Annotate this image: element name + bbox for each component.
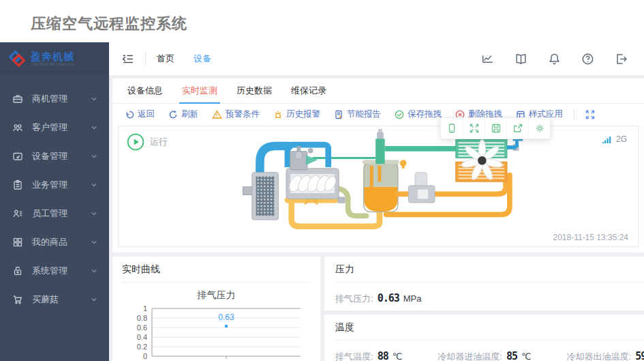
signal-bars-icon bbox=[602, 134, 613, 144]
tab-realtime-monitor[interactable]: 实时监测 bbox=[178, 78, 221, 103]
tab-device-info[interactable]: 设备信息 bbox=[123, 78, 167, 103]
refresh-button[interactable]: 刷新 bbox=[168, 109, 198, 120]
sidebar-item-employees[interactable]: 员工管理 bbox=[0, 199, 109, 228]
realtime-chart: 00.20.40.60.810.6313:35:24 bbox=[122, 302, 311, 361]
monitor-panel: 运行 2G bbox=[118, 126, 639, 247]
svg-text:0.8: 0.8 bbox=[137, 314, 147, 322]
svg-text:1: 1 bbox=[143, 304, 147, 313]
play-circle-icon bbox=[127, 133, 144, 151]
app-window: 压缩空气远程监控系统 盈奔机械 YINGBEN MECHANICAL 商机管理 bbox=[0, 0, 644, 361]
tab-bar: 设备信息 实时监测 历史数据 维保记录 bbox=[112, 78, 644, 104]
chevron-down-icon bbox=[90, 210, 98, 218]
reading-cooler-oil-in-temp: 冷却器进油温度: 85 ℃ bbox=[438, 350, 531, 361]
cart-icon bbox=[12, 294, 23, 305]
content-area: 设备信息 实时监测 历史数据 维保记录 返回 刷新 bbox=[109, 75, 644, 361]
reading-value: 59 bbox=[635, 350, 644, 361]
export-icon[interactable] bbox=[506, 118, 528, 139]
svg-text:0.4: 0.4 bbox=[137, 333, 147, 341]
reading-unit: MPa bbox=[403, 293, 422, 304]
svg-text:0.6: 0.6 bbox=[137, 323, 147, 332]
breadcrumb-home[interactable]: 首页 bbox=[157, 53, 174, 65]
menu-fold-icon[interactable] bbox=[121, 53, 134, 66]
page-header: 压缩空气远程监控系统 bbox=[0, 0, 644, 42]
logo-tagline: YINGBEN MECHANICAL bbox=[31, 63, 76, 67]
reading-discharge-temp: 排气温度: 88 ℃ bbox=[335, 350, 402, 361]
curve-card-title: 实时曲线 bbox=[122, 263, 311, 283]
clipboard-icon bbox=[12, 179, 23, 190]
refresh-icon bbox=[168, 110, 178, 119]
chevron-down-icon bbox=[90, 238, 98, 246]
reading-unit: ℃ bbox=[393, 351, 403, 361]
alarm-siren-icon bbox=[273, 110, 283, 119]
svg-text:0.2: 0.2 bbox=[137, 343, 147, 351]
logo-diamond-icon bbox=[8, 50, 26, 68]
signal-indicator: 2G bbox=[602, 134, 627, 144]
sidebar-item-label: 员工管理 bbox=[32, 207, 67, 220]
diagram-float-toolbar bbox=[440, 117, 551, 139]
run-status[interactable]: 运行 bbox=[127, 133, 168, 151]
logo: 盈奔机械 YINGBEN MECHANICAL bbox=[0, 42, 109, 75]
main-area: 首页 设备 设备信息 实时监测 历史数据 维保记录 bbox=[109, 42, 644, 361]
bell-icon[interactable] bbox=[548, 53, 561, 66]
chevron-down-icon bbox=[90, 181, 98, 189]
chevron-down-icon bbox=[90, 267, 98, 275]
pressure-card-title: 压力 bbox=[335, 263, 644, 283]
chart-title: 排气压力 bbox=[122, 289, 311, 302]
readings-column: 压力 排气压力: 0.63 MPa 温度 bbox=[324, 257, 644, 361]
sidebar-item-system[interactable]: 系统管理 bbox=[0, 257, 109, 285]
back-button[interactable]: 返回 bbox=[125, 109, 155, 120]
mobile-view-icon[interactable] bbox=[441, 118, 463, 139]
sidebar-item-label: 系统管理 bbox=[32, 265, 67, 277]
divider bbox=[145, 51, 146, 66]
page-title: 压缩空气远程监控系统 bbox=[0, 0, 644, 34]
trend-chart-icon[interactable] bbox=[481, 53, 494, 66]
breadcrumb-current[interactable]: 设备 bbox=[194, 53, 211, 65]
book-icon[interactable] bbox=[515, 53, 527, 66]
lock-icon bbox=[12, 265, 23, 276]
sidebar-item-business-mgmt[interactable]: 业务管理 bbox=[0, 171, 109, 199]
logout-icon[interactable] bbox=[615, 53, 628, 66]
last-update-timestamp: 2018-11-15 13:35:24 bbox=[553, 233, 628, 242]
tab-history-data[interactable]: 历史数据 bbox=[232, 78, 276, 103]
save-icon[interactable] bbox=[485, 118, 506, 139]
sidebar-item-business-opportunity[interactable]: 商机管理 bbox=[0, 85, 109, 113]
temperature-card: 温度 排气温度: 88 ℃ 冷却器进油温度: 85 ℃ bbox=[324, 315, 644, 361]
chevron-down-icon bbox=[90, 124, 98, 132]
check-circle-icon bbox=[395, 110, 404, 119]
reading-discharge-pressure: 排气压力: 0.63 MPa bbox=[335, 292, 421, 305]
energy-report-button[interactable]: 节能报告 bbox=[334, 109, 381, 120]
help-icon[interactable] bbox=[581, 53, 594, 66]
gear-icon[interactable] bbox=[528, 118, 550, 139]
save-drag-button[interactable]: 保存拖拽 bbox=[395, 109, 442, 120]
employee-icon bbox=[12, 208, 23, 219]
device-gauge-icon bbox=[12, 151, 23, 162]
expand-arrows-icon[interactable] bbox=[463, 118, 485, 139]
history-alarm-button[interactable]: 历史报警 bbox=[273, 109, 320, 120]
sidebar-item-devices[interactable]: 设备管理 bbox=[0, 142, 109, 171]
sidebar-item-label: 设备管理 bbox=[32, 150, 67, 162]
pressure-card: 压力 排气压力: 0.63 MPa bbox=[324, 257, 644, 311]
sidebar-item-label: 业务管理 bbox=[32, 179, 67, 191]
sidebar-item-my-products[interactable]: 我的商品 bbox=[0, 228, 109, 257]
sidebar-item-buy-mushroom[interactable]: 买蘑菇 bbox=[0, 285, 109, 314]
monitor-toolbar: 返回 刷新 预警条件 历史报警 bbox=[112, 104, 644, 124]
sidebar-item-customers[interactable]: 客户管理 bbox=[0, 113, 109, 142]
grid-icon bbox=[12, 237, 23, 248]
sidebar-nav: 商机管理 客户管理 设备管理 业务管理 员工管理 bbox=[0, 75, 109, 314]
chevron-down-icon bbox=[90, 295, 98, 304]
tab-maintenance-record[interactable]: 维保记录 bbox=[287, 78, 331, 103]
sidebar-item-label: 商机管理 bbox=[32, 93, 67, 105]
fullscreen-icon[interactable] bbox=[585, 110, 595, 119]
warning-condition-button[interactable]: 预警条件 bbox=[212, 109, 260, 120]
briefcase-icon bbox=[12, 93, 23, 104]
divider bbox=[574, 109, 574, 120]
report-doc-icon bbox=[334, 110, 343, 119]
bottom-row: 实时曲线 排气压力 00.20.40.60.810.6313:35:24 压力 … bbox=[112, 257, 644, 361]
device-monitor-card: 设备信息 实时监测 历史数据 维保记录 返回 刷新 bbox=[112, 78, 644, 252]
undo-icon bbox=[125, 110, 134, 119]
chevron-down-icon bbox=[90, 152, 98, 160]
svg-text:0.63: 0.63 bbox=[218, 313, 234, 322]
realtime-curve-card: 实时曲线 排气压力 00.20.40.60.810.6313:35:24 bbox=[112, 257, 320, 361]
reading-value: 0.63 bbox=[378, 292, 399, 304]
reading-value: 85 bbox=[506, 350, 517, 361]
